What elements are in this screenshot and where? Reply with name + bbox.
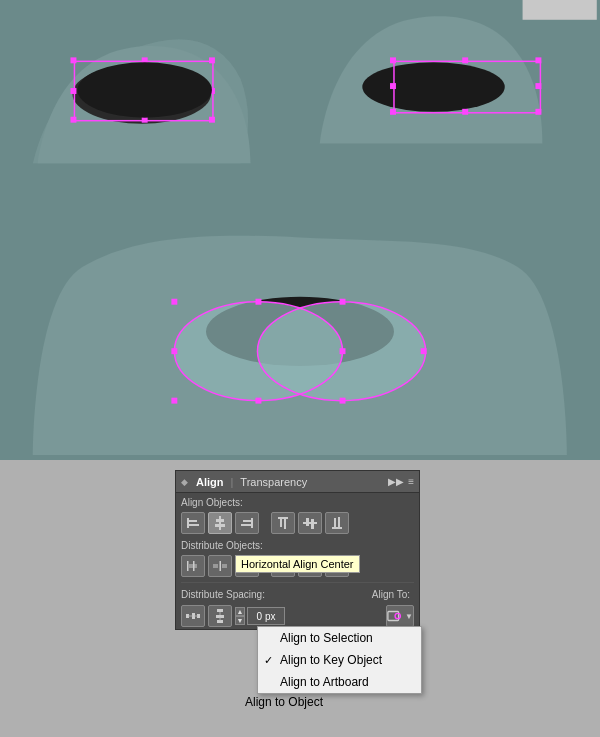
tab-align[interactable]: Align <box>191 475 229 489</box>
align-center-horizontal-button[interactable]: Horizontal Align Center <box>208 512 232 534</box>
align-to-dropdown-menu: Align to Selection Align to Key Object A… <box>257 626 422 694</box>
svg-rect-47 <box>280 519 282 527</box>
svg-rect-57 <box>189 564 197 568</box>
spacing-spinner[interactable]: ▲ ▼ <box>235 607 245 625</box>
canvas-area <box>0 0 600 460</box>
align-objects-row: Horizontal Align Center <box>176 510 419 536</box>
svg-rect-38 <box>189 520 197 522</box>
svg-rect-48 <box>284 519 286 529</box>
spin-up-button[interactable]: ▲ <box>235 607 245 616</box>
svg-rect-62 <box>243 564 251 568</box>
svg-rect-31 <box>171 398 177 404</box>
align-left-button[interactable] <box>181 512 205 534</box>
svg-rect-7 <box>70 88 76 94</box>
distribute-middle-v-button[interactable] <box>298 555 322 577</box>
spacing-input-group: ▲ ▼ <box>235 607 285 625</box>
panel-menu-icon[interactable]: ▶▶ <box>388 476 404 487</box>
svg-rect-68 <box>308 568 312 573</box>
distribute-vert-spacing-button[interactable] <box>208 605 232 627</box>
panel-header: ◆ Align | Transparency ▶▶ ≡ <box>176 471 419 493</box>
svg-rect-67 <box>308 559 312 564</box>
svg-rect-16 <box>462 57 468 63</box>
svg-rect-43 <box>251 518 253 528</box>
spin-down-button[interactable]: ▼ <box>235 616 245 625</box>
svg-rect-17 <box>535 57 541 63</box>
distribute-objects-label: Distribute Objects: <box>176 536 419 553</box>
svg-rect-1 <box>523 0 597 20</box>
svg-rect-41 <box>216 519 224 522</box>
distribute-spacing-section: Distribute Spacing: Align To: <box>176 586 419 603</box>
tab-transparency[interactable]: Transparency <box>235 475 312 489</box>
svg-rect-79 <box>220 612 221 615</box>
distribute-top-button[interactable] <box>271 555 295 577</box>
svg-rect-80 <box>220 618 221 621</box>
svg-rect-55 <box>187 561 189 571</box>
svg-rect-66 <box>305 566 315 568</box>
svg-rect-69 <box>332 571 342 573</box>
svg-rect-74 <box>189 616 193 617</box>
svg-rect-50 <box>306 518 309 526</box>
svg-rect-9 <box>70 117 76 123</box>
align-to-dropdown-button[interactable]: ▼ <box>386 605 414 627</box>
menu-item-align-to-key-object[interactable]: Align to Key Object <box>258 649 421 671</box>
svg-rect-15 <box>390 57 396 63</box>
svg-rect-75 <box>195 616 198 617</box>
svg-rect-60 <box>222 564 227 568</box>
svg-rect-49 <box>303 522 317 524</box>
distribute-left-button[interactable] <box>181 555 205 577</box>
svg-rect-46 <box>278 517 288 519</box>
align-right-button[interactable] <box>235 512 259 534</box>
svg-rect-39 <box>189 524 199 526</box>
distribute-center-h-button[interactable] <box>208 555 232 577</box>
svg-rect-42 <box>215 524 225 527</box>
distribute-right-button[interactable] <box>235 555 259 577</box>
svg-rect-6 <box>209 57 215 63</box>
svg-point-12 <box>77 62 212 117</box>
spacing-input[interactable] <box>247 607 285 625</box>
menu-item-align-to-artboard[interactable]: Align to Artboard <box>258 671 421 693</box>
svg-rect-63 <box>278 560 288 562</box>
distribute-spacing-label: Distribute Spacing: <box>181 589 265 600</box>
distribute-horiz-spacing-button[interactable] <box>181 605 205 627</box>
align-middle-vertical-button[interactable] <box>298 512 322 534</box>
svg-rect-76 <box>217 609 223 612</box>
svg-rect-53 <box>334 518 336 527</box>
distribute-bottom-button[interactable] <box>325 555 349 577</box>
svg-rect-19 <box>535 83 541 89</box>
svg-rect-59 <box>213 564 218 568</box>
panel-divider <box>181 582 414 583</box>
svg-point-82 <box>395 613 400 618</box>
svg-rect-22 <box>535 109 541 115</box>
svg-rect-4 <box>70 57 76 63</box>
align-top-button[interactable] <box>271 512 295 534</box>
align-objects-label: Align Objects: <box>176 493 419 510</box>
svg-rect-44 <box>243 520 251 522</box>
svg-rect-58 <box>220 561 222 571</box>
svg-rect-65 <box>281 562 285 567</box>
svg-rect-40 <box>219 516 221 530</box>
align-panel: ◆ Align | Transparency ▶▶ ≡ Align Object… <box>175 470 420 630</box>
svg-rect-26 <box>171 299 177 305</box>
svg-rect-37 <box>187 518 189 528</box>
svg-rect-52 <box>332 527 342 529</box>
align-bottom-button[interactable] <box>325 512 349 534</box>
panel-header-icons: ▶▶ ≡ <box>388 476 414 487</box>
panel-collapse-icon[interactable]: ◆ <box>181 477 188 487</box>
align-to-container: ▼ <box>386 605 414 627</box>
svg-rect-20 <box>390 109 396 115</box>
distribute-objects-row <box>176 553 419 579</box>
svg-point-13 <box>362 62 504 111</box>
align-to-object-label: Align to Object <box>245 695 323 709</box>
svg-rect-70 <box>335 564 339 570</box>
svg-rect-54 <box>338 517 340 527</box>
dropdown-arrow-icon: ▼ <box>405 612 413 621</box>
svg-rect-21 <box>462 109 468 115</box>
svg-rect-36 <box>421 348 427 354</box>
svg-rect-45 <box>241 524 251 526</box>
svg-rect-51 <box>311 519 314 529</box>
menu-item-align-to-selection[interactable]: Align to Selection <box>258 627 421 649</box>
svg-rect-18 <box>390 83 396 89</box>
svg-rect-11 <box>209 117 215 123</box>
align-to-label: Align To: <box>372 589 410 600</box>
panel-options-icon[interactable]: ≡ <box>408 476 414 487</box>
